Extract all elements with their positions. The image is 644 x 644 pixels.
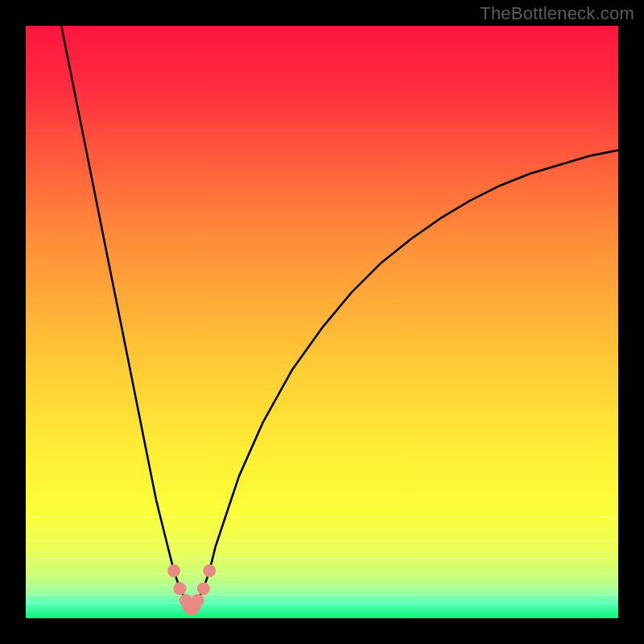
watermark-text: TheBottleneck.com xyxy=(480,3,634,24)
valley-marker xyxy=(203,564,216,577)
plot-area xyxy=(26,26,618,618)
valley-marker xyxy=(191,594,204,607)
valley-marker xyxy=(167,564,180,577)
valley-marker xyxy=(197,582,210,595)
bottleneck-curve xyxy=(26,26,618,618)
chart-container: TheBottleneck.com xyxy=(0,0,644,644)
valley-marker xyxy=(173,582,186,595)
